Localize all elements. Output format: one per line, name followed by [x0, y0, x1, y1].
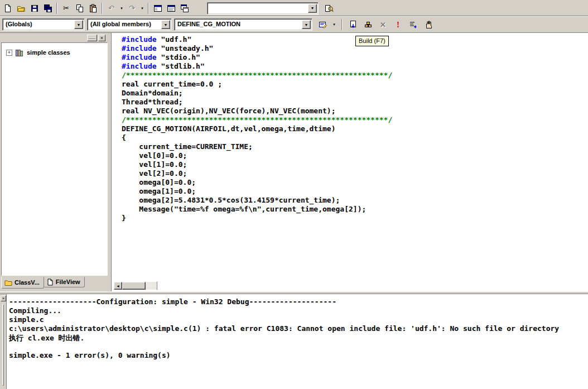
output-close-icon[interactable]: ×: [1, 295, 6, 301]
code-line: #include "udf.h": [122, 35, 392, 44]
cut-icon[interactable]: ✂: [60, 2, 73, 15]
paste-icon[interactable]: [86, 2, 99, 15]
output-line: [9, 342, 587, 351]
find-input[interactable]: [209, 4, 307, 13]
wizard-build-toolbar: (Globals) ▼ (All global members) ▼ DEFIN…: [0, 16, 588, 33]
function-dropdown-icon[interactable]: ▼: [302, 20, 311, 29]
find-dropdown-icon[interactable]: ▼: [308, 4, 317, 13]
code-line: current_time=CURRENT_TIME;: [122, 142, 392, 151]
tree-expander-icon[interactable]: +: [6, 50, 12, 56]
output-line: 执行 cl.exe 时出错.: [9, 333, 587, 342]
find-combobox[interactable]: ▼: [207, 2, 319, 15]
code-line: /***************************************…: [122, 71, 392, 80]
code-line: Domain*domain;: [122, 89, 392, 98]
members-value: (All global members): [90, 21, 160, 29]
scroll-track[interactable]: [146, 282, 157, 290]
output-drag-handle[interactable]: [2, 304, 4, 386]
toolbar-separator: [148, 3, 149, 14]
code-line: Thread*thread;: [122, 98, 392, 107]
workspace-drag-handle[interactable]: [87, 35, 97, 41]
toolbar-separator: [102, 3, 103, 14]
build-output-pane: × --------------------Configuration: sim…: [0, 294, 588, 389]
code-line: vel[1]=0.0;: [122, 160, 392, 169]
build-tooltip: Build (F7): [355, 36, 389, 46]
globals-combobox[interactable]: (Globals) ▼: [2, 18, 85, 31]
tree-item-label: simple classes: [27, 49, 70, 56]
wizardbar-actions-dropdown-icon[interactable]: ▼: [331, 18, 338, 31]
redo-dropdown-icon[interactable]: ▼: [139, 2, 146, 15]
classview-tab-icon: [4, 279, 12, 286]
save-icon[interactable]: [28, 2, 41, 15]
tree-item-simple-classes[interactable]: + simple classes: [2, 43, 107, 57]
workspace-tabs: ClassV... FileView: [1, 277, 85, 289]
standard-toolbar: ✂ ↶ ▼ ↷ ▼ ▼: [0, 0, 588, 16]
code-line: omega[1]=0.0;: [122, 187, 392, 196]
wizardbar-actions-icon[interactable]: [316, 18, 329, 31]
code-line: #include "unsteady.h": [122, 44, 392, 53]
scroll-left-icon[interactable]: ◄: [114, 282, 122, 290]
tab-fileview[interactable]: FileView: [44, 277, 85, 287]
output-line: c:\users\administrator\desktop\c\simple.…: [9, 324, 587, 333]
globals-dropdown-icon[interactable]: ▼: [74, 20, 83, 29]
code-lines: #include "udf.h"#include "unsteady.h"#in…: [122, 35, 392, 223]
tab-classview[interactable]: ClassV...: [1, 277, 44, 289]
stop-build-icon[interactable]: ✕: [377, 18, 389, 31]
new-file-icon[interactable]: [1, 2, 14, 15]
function-combobox[interactable]: DEFINE_CG_MOTION ▼: [174, 18, 312, 31]
execute-program-icon[interactable]: !: [392, 18, 404, 31]
code-line: DEFINE_CG_MOTION(AIRFOIL,dt,vel,omega,ti…: [122, 124, 392, 133]
code-line: #include "stdlib.h": [122, 62, 392, 71]
compile-icon[interactable]: [346, 18, 359, 31]
code-line: omega[0]=0.0;: [122, 178, 392, 187]
output-line: simple.c: [9, 315, 587, 324]
classes-books-icon: [15, 48, 24, 57]
code-line: omega[2]=5.4831*0.5*cos(31.4159*current_…: [122, 196, 392, 205]
save-all-icon[interactable]: [41, 2, 54, 15]
code-line: Message("time=%f omega=%f\n",current_tim…: [122, 205, 392, 214]
window-list-icon[interactable]: [178, 2, 191, 15]
workspace-panel: × + simple classes ClassV... FileView: [0, 33, 111, 291]
workspace-close-icon[interactable]: ×: [98, 35, 105, 41]
output-lines: --------------------Configuration: simpl…: [9, 297, 587, 360]
toggle-breakpoint-hand-icon[interactable]: [422, 18, 435, 31]
copy-icon[interactable]: [73, 2, 86, 15]
output-line: Compiling...: [9, 306, 587, 315]
code-editor[interactable]: #include "udf.h"#include "unsteady.h"#in…: [111, 33, 588, 291]
output-window-icon[interactable]: [165, 2, 177, 15]
code-line: real current_time=0.0 ;: [122, 80, 392, 89]
build-icon[interactable]: [362, 18, 374, 31]
undo-icon[interactable]: ↶: [105, 2, 118, 15]
code-line: vel[0]=0.0;: [122, 151, 392, 160]
members-dropdown-icon[interactable]: ▼: [161, 20, 170, 29]
globals-value: (Globals): [6, 21, 73, 29]
members-combobox[interactable]: (All global members) ▼: [87, 18, 172, 31]
function-value: DEFINE_CG_MOTION: [177, 21, 301, 29]
search-in-files-icon[interactable]: [322, 2, 335, 15]
output-line: simple.exe - 1 error(s), 0 warning(s): [9, 351, 587, 360]
toolbar-separator: [56, 3, 57, 14]
code-line: #include "stdio.h": [122, 53, 392, 62]
code-line: real NV_VEC(origin),NV_VEC(force),NV_VEC…: [122, 107, 392, 116]
output-gutter: ×: [0, 294, 7, 389]
editor-h-scrollbar[interactable]: ◄: [114, 282, 157, 290]
code-line: vel[2]=0.0;: [122, 169, 392, 178]
code-line: /***************************************…: [122, 116, 392, 124]
undo-dropdown-icon[interactable]: ▼: [118, 2, 125, 15]
code-line: {: [122, 133, 392, 142]
redo-icon[interactable]: ↷: [126, 2, 138, 15]
workspace-window-icon[interactable]: [151, 2, 164, 15]
code-line: }: [122, 214, 392, 223]
ide-window: ✂ ↶ ▼ ↷ ▼ ▼ (Globals): [0, 0, 588, 389]
output-line: --------------------Configuration: simpl…: [9, 297, 587, 306]
toolbar-separator: [341, 19, 343, 30]
fileview-tab-icon: [47, 278, 54, 286]
tab-fileview-label: FileView: [56, 278, 80, 285]
go-icon[interactable]: [407, 18, 420, 31]
scroll-thumb[interactable]: [122, 282, 146, 290]
tab-classview-label: ClassV...: [15, 279, 40, 286]
open-file-icon[interactable]: [15, 2, 27, 15]
classview-tree: + simple classes: [1, 42, 108, 276]
